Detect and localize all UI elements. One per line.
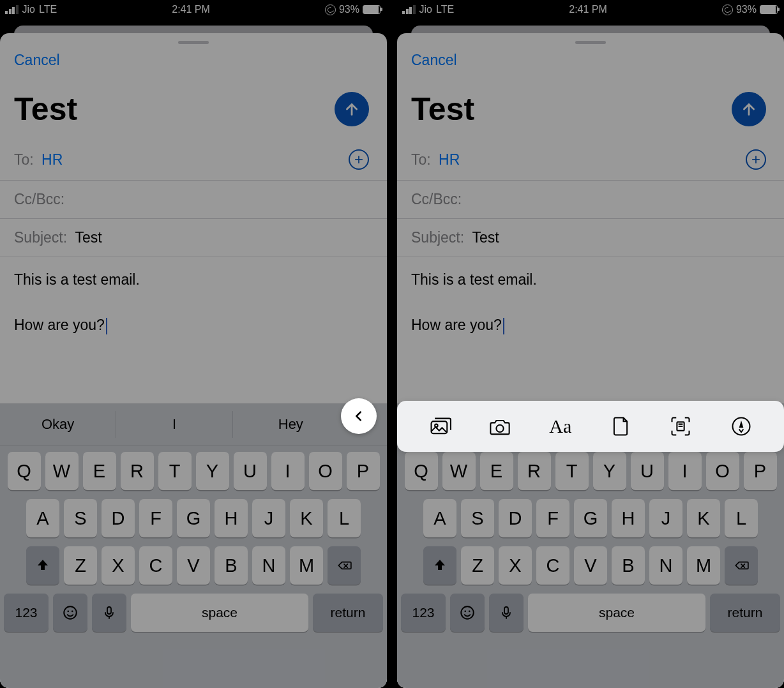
key-q[interactable]: Q — [405, 452, 438, 490]
subject-label: Subject: — [411, 229, 464, 246]
send-button[interactable] — [335, 92, 369, 126]
body-line-1: This is a test email. — [411, 269, 770, 292]
key-x[interactable]: X — [499, 546, 532, 585]
to-value[interactable]: HR — [41, 151, 63, 168]
key-o[interactable]: O — [309, 452, 342, 490]
add-recipient-button[interactable]: + — [746, 149, 766, 170]
email-body[interactable]: This is a test email. How are you? — [397, 257, 784, 337]
email-body[interactable]: This is a test email. How are you? — [0, 257, 387, 337]
key-g[interactable]: G — [177, 499, 210, 537]
key-l[interactable]: L — [328, 499, 361, 537]
emoji-key[interactable] — [53, 594, 87, 632]
key-y[interactable]: Y — [593, 452, 626, 490]
key-k[interactable]: K — [687, 499, 720, 537]
send-button[interactable] — [732, 92, 766, 126]
expand-format-bar-button[interactable] — [341, 398, 377, 434]
key-w[interactable]: W — [442, 452, 476, 490]
key-v[interactable]: V — [177, 546, 210, 585]
key-d[interactable]: D — [102, 499, 135, 537]
photo-library-button[interactable] — [425, 412, 455, 441]
cc-bcc-field[interactable]: Cc/Bcc: — [397, 181, 784, 219]
return-key[interactable]: return — [313, 594, 383, 632]
key-m[interactable]: M — [290, 546, 323, 585]
key-t[interactable]: T — [158, 452, 192, 490]
key-h[interactable]: H — [612, 499, 645, 537]
key-a[interactable]: A — [423, 499, 456, 537]
key-j[interactable]: J — [252, 499, 285, 537]
key-b[interactable]: B — [612, 546, 645, 585]
key-d[interactable]: D — [499, 499, 532, 537]
attach-document-button[interactable] — [606, 412, 635, 441]
suggestion-2[interactable]: I — [116, 411, 232, 438]
cancel-button[interactable]: Cancel — [411, 52, 457, 68]
scan-document-button[interactable] — [666, 412, 695, 441]
key-l[interactable]: L — [725, 499, 758, 537]
key-q[interactable]: Q — [8, 452, 41, 490]
key-c[interactable]: C — [536, 546, 569, 585]
key-x[interactable]: X — [102, 546, 135, 585]
key-n[interactable]: N — [649, 546, 682, 585]
key-v[interactable]: V — [574, 546, 607, 585]
key-n[interactable]: N — [252, 546, 285, 585]
backspace-key[interactable] — [328, 546, 361, 585]
numbers-key[interactable]: 123 — [401, 594, 446, 632]
key-c[interactable]: C — [139, 546, 172, 585]
text-format-button[interactable]: Aa — [546, 412, 575, 441]
sheet-grabber[interactable] — [575, 41, 606, 44]
dictation-key[interactable] — [92, 594, 126, 632]
key-p[interactable]: P — [347, 452, 380, 490]
cc-bcc-field[interactable]: Cc/Bcc: — [0, 181, 387, 219]
key-p[interactable]: P — [744, 452, 777, 490]
key-i[interactable]: I — [271, 452, 305, 490]
key-e[interactable]: E — [480, 452, 513, 490]
key-u[interactable]: U — [234, 452, 267, 490]
key-m[interactable]: M — [687, 546, 720, 585]
numbers-key[interactable]: 123 — [4, 594, 49, 632]
dictation-key[interactable] — [489, 594, 524, 632]
cancel-button[interactable]: Cancel — [14, 52, 60, 68]
shift-icon — [432, 558, 448, 573]
key-u[interactable]: U — [631, 452, 664, 490]
suggestion-1[interactable]: Okay — [0, 411, 116, 438]
sheet-grabber[interactable] — [178, 41, 209, 44]
key-a[interactable]: A — [26, 499, 59, 537]
compose-sheet: Cancel Test To: HR + Cc/Bcc: Subject: Te… — [0, 33, 387, 688]
key-h[interactable]: H — [215, 499, 248, 537]
key-w[interactable]: W — [45, 452, 79, 490]
backspace-key[interactable] — [725, 546, 758, 585]
key-g[interactable]: G — [574, 499, 607, 537]
key-r[interactable]: R — [518, 452, 551, 490]
battery-icon — [760, 5, 778, 14]
shift-key[interactable] — [423, 546, 456, 585]
key-z[interactable]: Z — [461, 546, 494, 585]
markup-button[interactable] — [727, 412, 756, 441]
key-s[interactable]: S — [64, 499, 97, 537]
key-s[interactable]: S — [461, 499, 494, 537]
to-label: To: — [14, 151, 34, 168]
return-key[interactable]: return — [710, 594, 780, 632]
to-value[interactable]: HR — [439, 151, 460, 168]
space-key[interactable]: space — [528, 594, 705, 632]
key-j[interactable]: J — [649, 499, 682, 537]
key-y[interactable]: Y — [196, 452, 229, 490]
key-o[interactable]: O — [706, 452, 739, 490]
to-field[interactable]: To: HR + — [0, 139, 387, 181]
key-z[interactable]: Z — [64, 546, 97, 585]
shift-key[interactable] — [26, 546, 59, 585]
key-k[interactable]: K — [290, 499, 323, 537]
key-b[interactable]: B — [215, 546, 248, 585]
to-field[interactable]: To: HR + — [397, 139, 784, 181]
subject-field[interactable]: Subject: Test — [397, 219, 784, 257]
key-r[interactable]: R — [121, 452, 154, 490]
key-f[interactable]: F — [536, 499, 569, 537]
emoji-key[interactable] — [450, 594, 485, 632]
subject-field[interactable]: Subject: Test — [0, 219, 387, 257]
key-f[interactable]: F — [139, 499, 172, 537]
key-t[interactable]: T — [555, 452, 589, 490]
key-e[interactable]: E — [83, 452, 116, 490]
space-key[interactable]: space — [131, 594, 308, 632]
key-i[interactable]: I — [668, 452, 702, 490]
add-recipient-button[interactable]: + — [349, 149, 369, 170]
backspace-icon — [733, 557, 750, 574]
camera-button[interactable] — [485, 412, 515, 441]
